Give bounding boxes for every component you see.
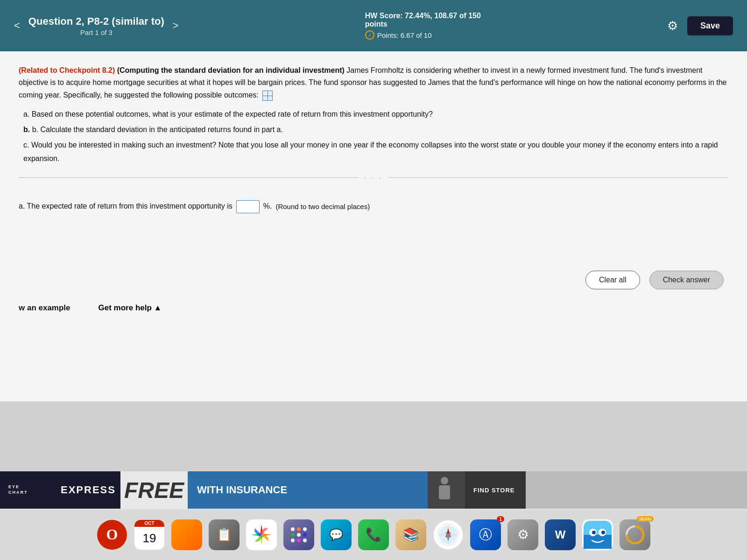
dot — [303, 533, 307, 537]
dock-item-word[interactable]: W — [543, 518, 577, 552]
sub-questions: a. Based on these potential outcomes, wh… — [23, 108, 728, 165]
header-right: ⚙ Save — [667, 16, 733, 35]
safari-icon — [433, 519, 464, 550]
next-nav-button[interactable]: > — [173, 20, 179, 32]
dot — [297, 527, 301, 531]
orange-app-icon — [171, 519, 202, 550]
dock-item-appstore[interactable]: Ⓐ 1 — [469, 518, 502, 552]
gear-icon[interactable]: ⚙ — [667, 19, 678, 33]
sub-question-a: a. Based on these potential outcomes, wh… — [23, 108, 728, 121]
dot — [297, 533, 301, 537]
svg-point-14 — [601, 531, 605, 534]
main-content: (Related to Checkpoint 8.2) (Computing t… — [0, 51, 747, 401]
launchpad-dots — [291, 527, 307, 542]
dock-item-books[interactable]: 📚 — [394, 518, 428, 552]
sub-b-text: b. Calculate the standard deviation in t… — [32, 126, 283, 133]
hw-score-label: HW Score: 72.44%, 108.67 of 150 — [365, 12, 481, 20]
hw-score: HW Score: 72.44%, 108.67 of 150 points — [365, 12, 481, 28]
dot — [291, 527, 295, 531]
dot — [297, 539, 301, 542]
dock-item-launchpad[interactable] — [282, 518, 316, 552]
round-note: (Round to two decimal places) — [275, 200, 370, 213]
ad-eyechart: EYECHART — [0, 471, 56, 509]
dock-item-safari[interactable] — [431, 518, 465, 552]
score-icon — [620, 519, 650, 550]
dock-item-photos[interactable] — [245, 518, 278, 552]
finder-icon — [582, 519, 613, 550]
dock-item-system-prefs[interactable]: ⚙ — [506, 518, 540, 552]
sub-b-bold: b. — [23, 126, 30, 133]
header-score-block: HW Score: 72.44%, 108.67 of 150 points ✓… — [365, 12, 481, 40]
dock-item-notes[interactable]: 📋 — [207, 518, 241, 552]
dock-item-score[interactable]: 18,031 — [618, 518, 652, 552]
ad-silhouette — [435, 476, 454, 504]
dot — [291, 533, 295, 537]
points-row: ✓ Points: 6.67 of 10 — [365, 30, 432, 40]
dots-row-3 — [291, 539, 307, 542]
svg-point-13 — [592, 531, 596, 534]
check-answer-button[interactable]: Check answer — [649, 271, 724, 289]
appstore-badge: 1 — [497, 516, 504, 522]
sub-question-b: b. b. Calculate the standard deviation i… — [23, 123, 728, 137]
dots-row-2 — [291, 533, 307, 537]
header-nav: < Question 2, P8-2 (similar to) Part 1 o… — [14, 15, 179, 36]
hw-score-sub: points — [365, 20, 388, 28]
ad-with-insurance: WITH INSURANCE — [188, 471, 428, 509]
photos-icon — [246, 519, 277, 550]
checkpoint-label: (Related to Checkpoint 8.2) — [19, 66, 115, 74]
calendar-month: OCT — [134, 520, 164, 527]
grid-table-icon[interactable] — [262, 91, 273, 101]
question-title: Question 2, P8-2 (similar to) — [28, 15, 164, 28]
question-title-block: Question 2, P8-2 (similar to) Part 1 of … — [28, 15, 164, 36]
dock-item-phone[interactable]: 📞 — [357, 518, 390, 552]
get-more-help-button[interactable]: Get more help ▲ — [99, 303, 162, 313]
dock-item-opera[interactable]: O — [95, 518, 129, 552]
launchpad-icon — [283, 519, 314, 550]
answer-unit: %. — [263, 200, 272, 213]
save-button[interactable]: Save — [687, 16, 733, 35]
answer-section: a. The expected rate of return from this… — [19, 189, 728, 223]
word-icon: W — [545, 519, 576, 550]
notes-icon: 📋 — [209, 519, 240, 550]
appstore-icon: Ⓐ — [470, 519, 501, 550]
divider-line-right — [388, 177, 728, 178]
divider-line-left — [19, 177, 359, 178]
points-icon: ✓ — [365, 30, 374, 40]
dot — [291, 539, 295, 542]
dock: O OCT 19 📋 — [0, 509, 747, 560]
action-bar: Clear all Check answer — [585, 271, 724, 289]
answer-input-a[interactable] — [236, 200, 260, 213]
svg-point-0 — [441, 477, 448, 484]
points-label: Points: 6.67 of 10 — [377, 31, 432, 39]
photos-svg — [250, 523, 273, 546]
opera-icon: O — [97, 520, 127, 550]
calendar-icon: OCT 19 — [134, 519, 165, 550]
example-link[interactable]: w an example — [19, 303, 70, 313]
sub-question-c: c. Would you be interested in making suc… — [23, 139, 728, 166]
dot — [303, 527, 307, 531]
dock-item-messages[interactable]: 💬 — [319, 518, 353, 552]
helper-bar: w an example Get more help ▲ — [0, 303, 747, 313]
dock-item-orange[interactable] — [170, 518, 204, 552]
phone-icon: 📞 — [358, 519, 389, 550]
messages-icon: 💬 — [321, 519, 352, 550]
dock-item-calendar[interactable]: OCT 19 — [133, 518, 166, 552]
question-text: (Related to Checkpoint 8.2) (Computing t… — [19, 64, 728, 101]
dock-item-finder[interactable] — [581, 518, 614, 552]
section-divider: · · · — [19, 174, 728, 181]
ad-free-text: FREE — [124, 477, 184, 503]
header-bar: < Question 2, P8-2 (similar to) Part 1 o… — [0, 0, 747, 51]
prev-nav-button[interactable]: < — [14, 20, 20, 32]
answer-part-a-label: a. The expected rate of return from this… — [19, 200, 233, 213]
clear-all-button[interactable]: Clear all — [585, 271, 640, 289]
ad-banner: EYECHART EXPRESS FREE WITH INSURANCE FIN… — [0, 471, 747, 509]
svg-rect-1 — [439, 485, 450, 499]
score-badge: 18,031 — [637, 516, 654, 522]
books-icon: 📚 — [395, 519, 426, 550]
divider-dots: · · · — [364, 174, 382, 181]
bold-intro: (Computing the standard deviation for an… — [117, 66, 345, 74]
ad-express: EXPRESS — [56, 471, 120, 509]
calendar-day: 19 — [143, 527, 156, 550]
dot — [303, 539, 307, 542]
system-prefs-icon: ⚙ — [507, 519, 538, 550]
